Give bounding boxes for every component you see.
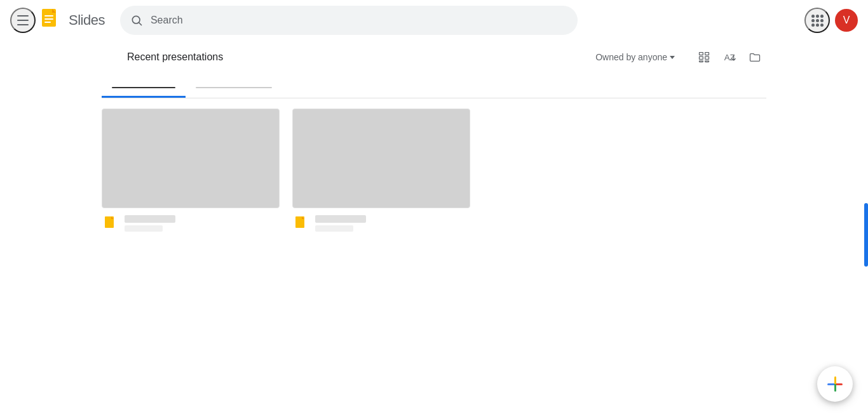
- menu-button[interactable]: [10, 8, 36, 33]
- tabs-container: [102, 82, 766, 98]
- svg-rect-2: [44, 18, 53, 20]
- svg-rect-6: [705, 53, 709, 55]
- svg-point-18: [457, 223, 459, 225]
- tab-1[interactable]: [102, 82, 186, 98]
- presentation-date: [125, 225, 249, 232]
- grid-view-icon: [698, 51, 710, 63]
- presentation-card[interactable]: [292, 109, 470, 239]
- scrollbar-track: [863, 63, 868, 417]
- app-logo[interactable]: Slides: [38, 8, 105, 33]
- svg-rect-8: [705, 56, 709, 59]
- presentation-details: [125, 215, 249, 232]
- presentation-details: [315, 215, 440, 232]
- presentation-info: [102, 208, 280, 239]
- presentation-info: [292, 208, 470, 239]
- sort-icon: AZ: [723, 51, 736, 63]
- presentation-name: [315, 215, 440, 223]
- search-bar: [120, 6, 578, 35]
- presentation-thumbnail: [292, 109, 470, 208]
- app-name-label: Slides: [69, 12, 105, 29]
- presentation-card[interactable]: [102, 109, 280, 239]
- plus-icon: [827, 376, 843, 392]
- svg-point-19: [457, 225, 459, 227]
- svg-rect-3: [44, 22, 51, 23]
- tab-2[interactable]: [186, 82, 282, 98]
- search-wrapper: [120, 6, 578, 35]
- view-options: AZ: [693, 46, 766, 69]
- svg-rect-10: [705, 61, 709, 62]
- folder-icon: [749, 51, 761, 63]
- presentation-name: [125, 215, 249, 223]
- section-title: Recent presentations: [127, 51, 578, 63]
- owner-filter-button[interactable]: Owned by anyone: [588, 48, 682, 66]
- svg-point-17: [457, 220, 459, 222]
- svg-point-13: [266, 220, 268, 222]
- folder-view-button[interactable]: [743, 46, 766, 69]
- svg-rect-7: [700, 56, 703, 59]
- presentation-thumbnail: [102, 109, 280, 208]
- sort-button[interactable]: AZ: [718, 46, 741, 69]
- new-presentation-fab[interactable]: [817, 366, 853, 402]
- main-content: [0, 82, 868, 239]
- presentation-file-icon: [295, 216, 308, 231]
- search-input[interactable]: [151, 15, 567, 26]
- search-icon: [130, 14, 143, 27]
- chevron-down-icon: [670, 56, 675, 59]
- apps-icon: [811, 15, 824, 27]
- svg-point-14: [266, 223, 268, 225]
- header-right: V: [804, 8, 858, 33]
- svg-rect-9: [700, 61, 703, 62]
- svg-point-15: [266, 225, 268, 227]
- content-toolbar: Recent presentations Owned by anyone AZ: [0, 41, 868, 74]
- app-header: Slides: [0, 0, 868, 41]
- hamburger-icon: [17, 15, 29, 25]
- scrollbar-thumb[interactable]: [864, 203, 868, 267]
- apps-button[interactable]: [804, 8, 830, 33]
- grid-view-button[interactable]: [693, 46, 715, 69]
- presentations-grid: [102, 109, 766, 239]
- presentation-date: [315, 225, 440, 232]
- presentation-file-icon: [104, 216, 117, 231]
- svg-rect-1: [44, 15, 53, 17]
- svg-rect-5: [700, 53, 703, 55]
- slides-logo-icon: [38, 8, 64, 33]
- avatar[interactable]: V: [835, 9, 858, 32]
- owner-filter-label: Owned by anyone: [595, 52, 667, 62]
